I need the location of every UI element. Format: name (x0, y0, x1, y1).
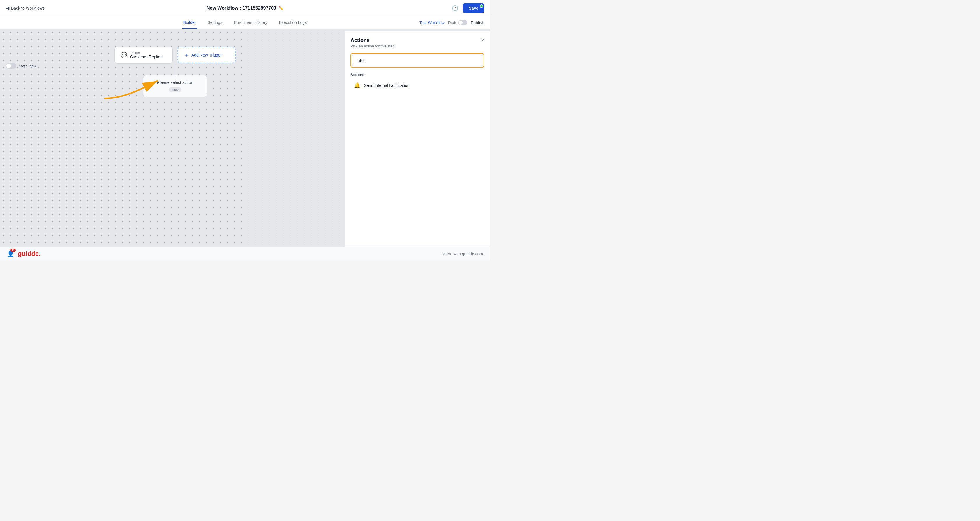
trigger-node[interactable]: 💬 Trigger Customer Replied (115, 47, 173, 64)
trigger-chat-icon: 💬 (121, 52, 127, 58)
trigger-name: Customer Replied (130, 54, 162, 59)
nav-tabs: Builder Settings Enrollment History Exec… (0, 16, 490, 29)
action-node[interactable]: Please select action END (143, 75, 207, 97)
action-label: Please select action (150, 80, 200, 85)
draft-label: Draft (448, 21, 456, 25)
back-arrow-icon: ◀ (6, 5, 10, 11)
header: ◀ Back to Workflows New Workflow : 17115… (0, 0, 490, 16)
footer-left: 👤 21 guidde. (7, 250, 40, 258)
trigger-row: 💬 Trigger Customer Replied ＋ Add New Tri… (115, 47, 235, 64)
action-item-label: Send Internal Notification (364, 83, 409, 88)
tabs-center: Builder Settings Enrollment History Exec… (182, 16, 308, 29)
canvas: Stats View 💬 Trigger Customer Replied ＋ … (0, 29, 490, 247)
action-search-input[interactable] (352, 55, 482, 66)
tab-execution-logs[interactable]: Execution Logs (278, 16, 308, 29)
footer-right: Made with guidde.com (442, 252, 483, 256)
stats-view-switch[interactable] (6, 63, 16, 69)
test-workflow-button[interactable]: Test Workflow (419, 21, 445, 25)
panel-title: Actions (350, 37, 395, 43)
trigger-label: Trigger (130, 51, 162, 54)
actions-section-label: Actions (350, 73, 484, 77)
tabs-right: Test Workflow Draft Publish (419, 20, 484, 25)
header-right: 🕐 Save (452, 3, 484, 13)
panel-subtitle: Pick an action for this step (350, 44, 395, 48)
history-icon[interactable]: 🕐 (452, 5, 458, 11)
notification-badge[interactable]: 👤 21 (7, 250, 14, 257)
header-center: New Workflow : 1711552897709 ✏️ (207, 6, 283, 11)
back-to-workflows-btn[interactable]: ◀ Back to Workflows (6, 5, 45, 11)
tab-enrollment-history[interactable]: Enrollment History (233, 16, 268, 29)
tab-builder[interactable]: Builder (182, 16, 197, 29)
search-box-wrapper (350, 53, 484, 68)
save-button[interactable]: Save (463, 3, 484, 13)
panel-title-block: Actions Pick an action for this step (350, 37, 395, 48)
tab-settings[interactable]: Settings (206, 16, 223, 29)
action-item-send-internal-notification[interactable]: 🔔 Send Internal Notification (350, 79, 484, 91)
edit-icon[interactable]: ✏️ (278, 6, 283, 11)
back-label: Back to Workflows (11, 6, 45, 11)
plus-icon: ＋ (184, 52, 189, 59)
bell-icon: 🔔 (354, 82, 360, 89)
stats-toggle: Stats View (6, 63, 37, 69)
footer: 👤 21 guidde. Made with guidde.com (0, 247, 490, 260)
end-badge: END (169, 87, 181, 92)
connector-line-1 (175, 64, 175, 75)
add-trigger-node[interactable]: ＋ Add New Trigger (177, 47, 235, 63)
panel-header: Actions Pick an action for this step × (350, 37, 484, 48)
draft-toggle-switch[interactable] (458, 20, 467, 25)
trigger-text-block: Trigger Customer Replied (130, 51, 162, 59)
workflow-title: New Workflow : 1711552897709 (207, 6, 276, 11)
workflow-area: 💬 Trigger Customer Replied ＋ Add New Tri… (115, 47, 235, 97)
close-panel-button[interactable]: × (481, 37, 484, 43)
draft-toggle: Draft (448, 20, 467, 25)
actions-panel: Actions Pick an action for this step × A… (344, 32, 490, 247)
add-trigger-label: Add New Trigger (191, 53, 222, 57)
stats-view-label: Stats View (19, 64, 37, 68)
guidde-logo: guidde. (18, 250, 40, 258)
publish-button[interactable]: Publish (471, 21, 484, 25)
notification-count: 21 (11, 249, 16, 252)
